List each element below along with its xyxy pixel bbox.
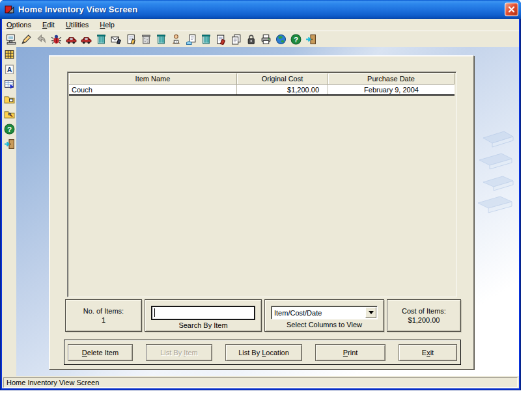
- titlebar: Home Inventory View Screen: [0, 0, 521, 19]
- chevron-down-icon: [369, 311, 374, 314]
- car-icon[interactable]: [64, 33, 77, 46]
- content-area: A?: [2, 47, 519, 376]
- dropdown-button[interactable]: [365, 307, 376, 318]
- items-count-value: 1: [102, 316, 105, 325]
- grid-table: Item Name Original Cost Purchase Date Co…: [69, 74, 455, 96]
- cost-label: Cost of Items:: [402, 306, 446, 316]
- inventory-panel: Item Name Original Cost Purchase Date Co…: [49, 55, 474, 370]
- padlock-icon[interactable]: [244, 33, 257, 46]
- window-body: Options Edit Utilities Help ? A?: [2, 19, 519, 388]
- grid-header-row: Item Name Original Cost Purchase Date: [69, 74, 455, 85]
- status-text: Home Inventory View Screen: [3, 377, 518, 388]
- globe-icon[interactable]: [274, 33, 287, 46]
- car-icon-2[interactable]: [79, 33, 92, 46]
- print-button[interactable]: Print: [315, 344, 385, 361]
- search-input[interactable]: [151, 306, 255, 320]
- computer-icon[interactable]: [5, 33, 18, 46]
- desktop: Home Inventory View Screen Options Edit …: [0, 0, 532, 417]
- exit-door-icon[interactable]: [3, 138, 15, 150]
- note-edit-icon[interactable]: [124, 33, 137, 46]
- cell-original-cost: $1,200.00: [237, 85, 328, 94]
- list-by-location-button[interactable]: List By Location: [225, 344, 302, 361]
- hand-write-icon[interactable]: [20, 33, 33, 46]
- documents-icon[interactable]: [229, 33, 242, 46]
- hand-paper-icon[interactable]: [184, 33, 197, 46]
- cost-value: $1,200.00: [408, 316, 440, 325]
- inventory-grid: Item Name Original Cost Purchase Date Co…: [67, 72, 456, 297]
- cell-item-name: Couch: [69, 85, 237, 94]
- statusbar: Home Inventory View Screen: [2, 376, 519, 388]
- text-caret: [154, 308, 155, 317]
- cost-box: Cost of Items: $1,200.00: [387, 299, 461, 332]
- books-watermark: [474, 120, 516, 224]
- svg-text:A: A: [7, 65, 12, 73]
- svg-text:?: ?: [293, 34, 298, 43]
- app-icon: [5, 4, 16, 15]
- striped-can-icon-3[interactable]: [199, 33, 212, 46]
- columns-dropdown-value: Item/Cost/Date: [272, 309, 365, 317]
- note-sign-icon[interactable]: [214, 33, 227, 46]
- svg-text:?: ?: [7, 124, 11, 133]
- help-icon[interactable]: ?: [289, 33, 302, 46]
- window-title: Home Inventory View Screen: [18, 5, 137, 14]
- bug-icon[interactable]: [49, 33, 63, 46]
- columns-caption: Select Columns to View: [287, 321, 362, 329]
- envelope-edit-icon[interactable]: [109, 33, 122, 46]
- calculator-grid-icon[interactable]: [3, 48, 15, 60]
- undo-icon[interactable]: [35, 33, 48, 46]
- app-window: Home Inventory View Screen Options Edit …: [0, 0, 521, 390]
- items-count-label: No. of Items:: [83, 306, 124, 316]
- cell-purchase-date: February 9, 2004: [328, 85, 455, 94]
- menubar: Options Edit Utilities Help: [2, 19, 519, 31]
- close-icon: [507, 5, 516, 14]
- exit-button[interactable]: Exit: [399, 344, 457, 361]
- printer-icon[interactable]: [259, 33, 272, 46]
- search-caption: Search By Item: [178, 321, 227, 329]
- exit-door-icon[interactable]: [304, 33, 317, 46]
- columns-select-panel: Item/Cost/Date Select Columns to View: [264, 299, 384, 332]
- column-header-purchase-date[interactable]: Purchase Date: [328, 74, 455, 85]
- person-book-icon[interactable]: [169, 33, 182, 46]
- icon-sidebar: A?: [2, 47, 16, 376]
- menu-options[interactable]: Options: [7, 21, 31, 29]
- search-box-panel: Search By Item: [145, 299, 262, 332]
- columns-dropdown[interactable]: Item/Cost/Date: [271, 306, 378, 319]
- table-view-icon[interactable]: [3, 78, 15, 90]
- table-row[interactable]: Couch $1,200.00 February 9, 2004: [69, 85, 455, 96]
- main-area: Item Name Original Cost Purchase Date Co…: [16, 47, 519, 376]
- items-count-box: No. of Items: 1: [65, 299, 142, 332]
- trash-can-icon[interactable]: [139, 33, 152, 46]
- help-icon[interactable]: ?: [3, 123, 15, 135]
- menu-help[interactable]: Help: [100, 21, 115, 29]
- toolbar: ?: [2, 31, 519, 47]
- action-buttons-row: Delete Item List By Item List By Locatio…: [64, 340, 461, 365]
- summary-row: No. of Items: 1 Search By Item: [65, 299, 461, 332]
- column-header-item-name[interactable]: Item Name: [69, 74, 237, 85]
- folder-tools-icon[interactable]: [3, 108, 15, 120]
- striped-can-icon-2[interactable]: [154, 33, 167, 46]
- column-header-original-cost[interactable]: Original Cost: [237, 74, 328, 85]
- delete-item-button[interactable]: Delete Item: [68, 344, 133, 361]
- font-icon[interactable]: A: [3, 63, 15, 75]
- menu-edit[interactable]: Edit: [42, 21, 55, 29]
- striped-can-icon[interactable]: [94, 33, 107, 46]
- list-by-item-button: List By Item: [146, 344, 212, 361]
- menu-utilities[interactable]: Utilities: [66, 21, 89, 29]
- close-button[interactable]: [505, 3, 518, 16]
- folder-computer-icon[interactable]: [3, 93, 15, 105]
